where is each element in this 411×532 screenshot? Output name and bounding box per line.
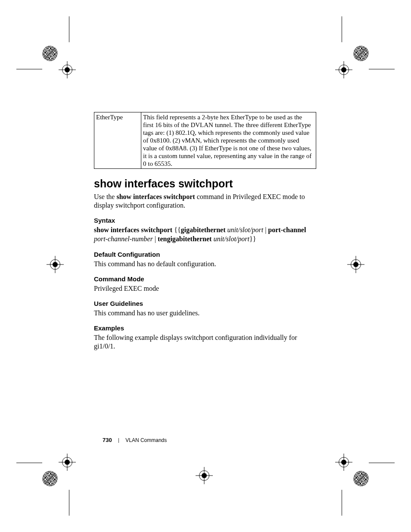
heading-default-config: Default Configuration xyxy=(94,251,316,258)
heading-user-guidelines: User Guidelines xyxy=(94,300,316,307)
page-content: EtherType This field represents a 2-byte… xyxy=(94,112,316,355)
syntax-cmd: show interfaces switchport xyxy=(94,226,172,233)
footer-section: VLAN Commands xyxy=(125,437,167,443)
text: Use the xyxy=(94,193,116,200)
kw-gigabitethernet: gigabitethernet xyxy=(181,226,226,233)
command-name-bold: show interfaces switchport xyxy=(116,193,195,200)
syntax-line: show interfaces switchport {{gigabitethe… xyxy=(94,226,316,244)
text: | xyxy=(153,235,158,243)
command-title: show interfaces switchport xyxy=(94,177,316,190)
arg-port-channel-number: port-channel-number xyxy=(94,235,153,243)
arg-unit-slot-port-2: unit/slot/port xyxy=(213,235,249,243)
page-footer: 730 VLAN Commands xyxy=(103,437,167,444)
kw-port-channel: port-channel xyxy=(268,226,306,233)
text: }} xyxy=(249,235,256,243)
default-config-body: This command has no default configuratio… xyxy=(94,260,316,268)
arg-unit-slot-port: unit/slot/port xyxy=(227,226,264,233)
heading-examples: Examples xyxy=(94,324,316,332)
table-row: EtherType This field represents a 2-byte… xyxy=(94,112,316,169)
heading-command-mode: Command Mode xyxy=(94,275,316,283)
heading-syntax: Syntax xyxy=(94,217,316,224)
command-intro: Use the show interfaces switchport comma… xyxy=(94,193,316,210)
user-guidelines-body: This command has no user guidelines. xyxy=(94,309,316,317)
examples-body: The following example displays switchpor… xyxy=(94,333,316,351)
page-number: 730 xyxy=(103,437,112,443)
kw-tengigabitethernet: tengigabitethernet xyxy=(158,235,212,243)
table-cell-term: EtherType xyxy=(94,112,141,169)
table-cell-desc: This field represents a 2-byte hex Ether… xyxy=(141,112,316,169)
command-mode-body: Privileged EXEC mode xyxy=(94,284,316,293)
text: {{ xyxy=(172,226,181,233)
text: | xyxy=(263,226,268,233)
ethertype-table: EtherType This field represents a 2-byte… xyxy=(94,112,316,169)
footer-separator xyxy=(118,438,119,443)
